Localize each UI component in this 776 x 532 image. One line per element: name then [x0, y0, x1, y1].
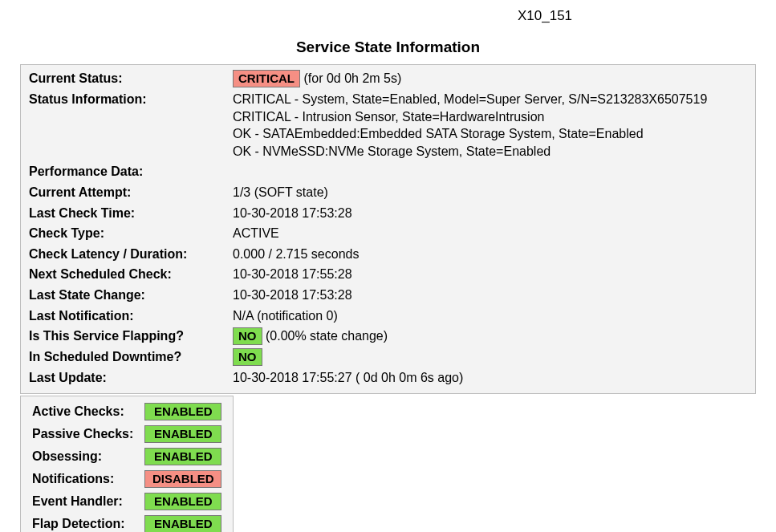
label-perf-data: Performance Data: — [21, 161, 225, 182]
value-last-check: 10-30-2018 17:53:28 — [225, 203, 755, 224]
row-downtime: In Scheduled Downtime? NO — [21, 347, 755, 368]
value-flapping: NO (0.00% state change) — [225, 326, 755, 347]
value-last-state-change: 10-30-2018 17:53:28 — [225, 285, 755, 306]
label-active-checks: Active Checks: — [27, 401, 138, 422]
value-downtime: NO — [225, 347, 755, 368]
label-current-attempt: Current Attempt: — [21, 182, 225, 203]
status-info-line: OK - SATAEmbedded:Embedded SATA Storage … — [233, 125, 750, 143]
badge-notifications: DISABLED — [144, 470, 221, 488]
label-last-check: Last Check Time: — [21, 203, 225, 224]
label-status-info: Status Information: — [21, 89, 225, 161]
row-last-notification: Last Notification: N/A (notification 0) — [21, 306, 755, 327]
row-current-attempt: Current Attempt: 1/3 (SOFT state) — [21, 182, 755, 203]
value-latency: 0.000 / 2.715 seconds — [225, 244, 755, 265]
value-last-notification: N/A (notification 0) — [225, 306, 755, 327]
row-last-state-change: Last State Change: 10-30-2018 17:53:28 — [21, 285, 755, 306]
state-panel: Current Status: CRITICAL (for 0d 0h 2m 5… — [20, 64, 756, 394]
row-last-check: Last Check Time: 10-30-2018 17:53:28 — [21, 203, 755, 224]
value-status-info: CRITICAL - System, State=Enabled, Model=… — [225, 89, 755, 161]
label-obsessing: Obsessing: — [27, 446, 138, 467]
badge-event-handler: ENABLED — [144, 493, 221, 510]
row-flapping: Is This Service Flapping? NO (0.00% stat… — [21, 326, 755, 347]
flapping-extra: (0.00% state change) — [266, 329, 388, 343]
page-title: Service State Information — [0, 39, 776, 56]
value-current-status: CRITICAL (for 0d 0h 2m 5s) — [225, 68, 755, 89]
label-last-update: Last Update: — [21, 368, 225, 388]
state-table: Current Status: CRITICAL (for 0d 0h 2m 5… — [21, 68, 755, 388]
row-next-check: Next Scheduled Check: 10-30-2018 17:55:2… — [21, 264, 755, 285]
label-last-state-change: Last State Change: — [21, 285, 225, 306]
status-info-line: OK - NVMeSSD:NVMe Storage System, State=… — [233, 143, 750, 160]
row-perf-data: Performance Data: — [21, 161, 755, 182]
label-passive-checks: Passive Checks: — [27, 424, 138, 445]
row-active-checks: Active Checks: ENABLED — [27, 401, 226, 422]
row-obsessing: Obsessing: ENABLED — [27, 446, 226, 467]
toggle-table: Active Checks: ENABLED Passive Checks: E… — [26, 400, 228, 532]
label-downtime: In Scheduled Downtime? — [21, 347, 225, 368]
status-info-line: CRITICAL - Intrusion Sensor, State=Hardw… — [233, 108, 750, 126]
badge-flap-detection: ENABLED — [144, 515, 221, 532]
badge-passive-checks: ENABLED — [144, 425, 221, 443]
value-perf-data — [225, 161, 755, 182]
value-current-attempt: 1/3 (SOFT state) — [225, 182, 755, 203]
label-notifications: Notifications: — [27, 469, 138, 489]
badge-obsessing: ENABLED — [144, 448, 221, 465]
label-current-status: Current Status: — [21, 68, 225, 89]
value-next-check: 10-30-2018 17:55:28 — [225, 264, 755, 285]
status-info-line: CRITICAL - System, State=Enabled, Model=… — [233, 91, 750, 108]
row-latency: Check Latency / Duration: 0.000 / 2.715 … — [21, 244, 755, 265]
label-last-notification: Last Notification: — [21, 306, 225, 327]
flapping-badge: NO — [233, 327, 262, 345]
value-check-type: ACTIVE — [225, 223, 755, 244]
row-status-info: Status Information: CRITICAL - System, S… — [21, 89, 755, 161]
label-next-check: Next Scheduled Check: — [21, 264, 225, 285]
row-event-handler: Event Handler: ENABLED — [27, 491, 226, 512]
status-badge: CRITICAL — [233, 70, 300, 87]
status-duration: (for 0d 0h 2m 5s) — [303, 71, 401, 85]
toggle-panel: Active Checks: ENABLED Passive Checks: E… — [20, 396, 234, 532]
row-flap-detection: Flap Detection: ENABLED — [27, 514, 226, 532]
value-last-update: 10-30-2018 17:55:27 ( 0d 0h 0m 6s ago) — [225, 368, 755, 388]
badge-active-checks: ENABLED — [144, 403, 221, 420]
label-check-type: Check Type: — [21, 223, 225, 244]
label-latency: Check Latency / Duration: — [21, 244, 225, 265]
label-flapping: Is This Service Flapping? — [21, 326, 225, 347]
label-flap-detection: Flap Detection: — [27, 514, 138, 532]
host-name: X10_151 — [0, 0, 776, 24]
row-check-type: Check Type: ACTIVE — [21, 223, 755, 244]
row-passive-checks: Passive Checks: ENABLED — [27, 424, 226, 445]
row-last-update: Last Update: 10-30-2018 17:55:27 ( 0d 0h… — [21, 368, 755, 388]
downtime-badge: NO — [233, 348, 262, 366]
row-current-status: Current Status: CRITICAL (for 0d 0h 2m 5… — [21, 68, 755, 89]
row-notifications: Notifications: DISABLED — [27, 469, 226, 489]
label-event-handler: Event Handler: — [27, 491, 138, 512]
